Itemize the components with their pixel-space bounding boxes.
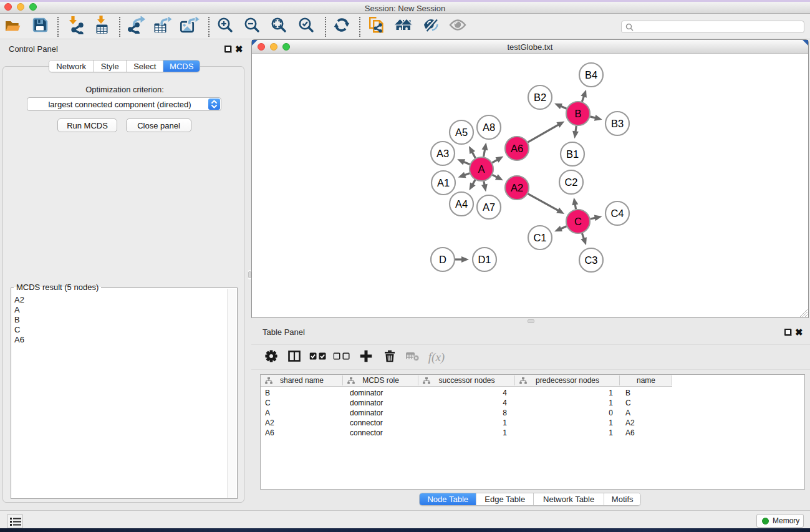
table-cell[interactable]: dominator bbox=[350, 388, 418, 398]
import-network-icon[interactable] bbox=[67, 16, 84, 37]
hide-selected-icon[interactable] bbox=[423, 17, 439, 36]
table-cell[interactable]: dominator bbox=[350, 398, 418, 408]
select-all-icon[interactable] bbox=[310, 352, 327, 363]
optimization-criterion-select[interactable]: largest connected component (directed) bbox=[27, 97, 221, 111]
table-cell[interactable]: A6 bbox=[625, 428, 672, 438]
table-cell[interactable]: 4 bbox=[418, 388, 507, 398]
table-cell[interactable]: B bbox=[265, 388, 343, 398]
table-panel-float-button[interactable] bbox=[784, 329, 791, 336]
graph-node-C2[interactable]: C2 bbox=[559, 170, 583, 194]
export-network-icon[interactable] bbox=[127, 16, 146, 36]
mcds-result-item[interactable]: A bbox=[14, 305, 24, 315]
table-cell[interactable]: A6 bbox=[265, 428, 343, 438]
export-table-icon[interactable] bbox=[153, 16, 173, 36]
graph-node-B1[interactable]: B1 bbox=[561, 142, 584, 166]
save-session-icon[interactable] bbox=[32, 17, 48, 36]
mcds-result-list[interactable]: A2ABCA6 bbox=[11, 288, 238, 499]
table-cell[interactable]: 0 bbox=[515, 408, 613, 418]
table-cell[interactable]: A bbox=[265, 408, 343, 418]
graph-node-B4[interactable]: B4 bbox=[579, 63, 603, 87]
table-cell[interactable]: C bbox=[625, 398, 672, 408]
zoom-in-icon[interactable] bbox=[217, 17, 233, 36]
graph-node-A1[interactable]: A1 bbox=[432, 171, 455, 195]
tab-node-table[interactable]: Node Table bbox=[420, 493, 476, 505]
resize-grip-icon[interactable] bbox=[799, 308, 808, 317]
graph-node-A4[interactable]: A4 bbox=[450, 192, 473, 216]
graph-node-A2[interactable]: A2 bbox=[505, 176, 529, 200]
tab-select[interactable]: Select bbox=[127, 60, 164, 72]
graph-node-D1[interactable]: D1 bbox=[473, 248, 496, 271]
table-cell[interactable]: 8 bbox=[418, 408, 507, 418]
graph-node-C[interactable]: C bbox=[566, 210, 590, 233]
table-row[interactable]: Bdominator41B bbox=[261, 388, 806, 398]
function-builder-icon[interactable]: f(x) bbox=[428, 351, 445, 364]
graph-node-A[interactable]: A bbox=[470, 157, 493, 181]
zoom-out-icon[interactable] bbox=[244, 17, 260, 36]
search-input[interactable] bbox=[637, 21, 801, 32]
table-cell[interactable]: C bbox=[265, 398, 343, 408]
network-window-titlebar[interactable]: testGlobe.txt bbox=[252, 40, 808, 54]
open-file-icon[interactable] bbox=[4, 18, 21, 34]
mcds-result-scrollbar[interactable] bbox=[227, 289, 236, 498]
vertical-splitter-handle[interactable] bbox=[248, 271, 252, 278]
graph-node-B2[interactable]: B2 bbox=[528, 85, 552, 109]
table-cell[interactable]: 1 bbox=[515, 398, 613, 408]
column-header-MCDS-role[interactable]: MCDS role bbox=[343, 375, 418, 386]
table-cell[interactable]: 1 bbox=[418, 428, 507, 438]
tab-network-table[interactable]: Network Table bbox=[534, 493, 604, 505]
show-all-icon[interactable] bbox=[449, 18, 466, 35]
delete-table-icon[interactable] bbox=[406, 351, 420, 364]
clone-network-icon[interactable] bbox=[369, 16, 385, 36]
table-cell[interactable]: A bbox=[625, 408, 672, 418]
zoom-selected-icon[interactable] bbox=[298, 17, 314, 36]
tab-mcds[interactable]: MCDS bbox=[163, 60, 200, 72]
table-cell[interactable]: A2 bbox=[265, 418, 343, 428]
graph-node-D[interactable]: D bbox=[431, 248, 455, 271]
tab-motifs[interactable]: Motifs bbox=[604, 493, 640, 505]
task-history-button[interactable] bbox=[7, 514, 23, 528]
table-cell[interactable]: 1 bbox=[515, 418, 613, 428]
table-cell[interactable]: connector bbox=[350, 428, 418, 438]
mcds-result-item[interactable]: A6 bbox=[14, 335, 24, 345]
refresh-icon[interactable] bbox=[334, 17, 350, 36]
table-row[interactable]: Adominator80A bbox=[261, 408, 806, 418]
column-header-shared-name[interactable]: shared name bbox=[261, 375, 343, 386]
table-cell[interactable]: B bbox=[625, 388, 672, 398]
zoom-fit-icon[interactable] bbox=[271, 17, 287, 36]
add-row-icon[interactable] bbox=[360, 350, 372, 364]
graph-node-A5[interactable]: A5 bbox=[450, 120, 473, 144]
graph-node-A6[interactable]: A6 bbox=[505, 137, 529, 160]
graph-node-B[interactable]: B bbox=[566, 102, 590, 125]
tab-style[interactable]: Style bbox=[94, 60, 127, 72]
graph-node-B3[interactable]: B3 bbox=[605, 112, 629, 135]
graph-node-A3[interactable]: A3 bbox=[431, 142, 455, 165]
graph-node-C4[interactable]: C4 bbox=[605, 201, 629, 225]
column-header-successor-nodes[interactable]: successor nodes bbox=[418, 375, 515, 386]
horizontal-splitter-handle[interactable] bbox=[528, 319, 534, 323]
table-cell[interactable]: connector bbox=[350, 418, 418, 428]
table-cell[interactable]: 1 bbox=[515, 388, 613, 398]
first-neighbors-icon[interactable] bbox=[394, 18, 413, 34]
control-panel-close-button[interactable]: ✖ bbox=[235, 43, 243, 55]
table-row[interactable]: A2connector11A2 bbox=[261, 418, 806, 428]
table-cell[interactable]: 1 bbox=[418, 418, 507, 428]
column-header-predecessor-nodes[interactable]: predecessor nodes bbox=[515, 375, 620, 386]
table-cell[interactable]: dominator bbox=[350, 408, 418, 418]
mcds-result-item[interactable]: A2 bbox=[14, 295, 24, 305]
run-mcds-button[interactable]: Run MCDS bbox=[57, 118, 117, 132]
table-cell[interactable]: A2 bbox=[625, 418, 672, 428]
network-canvas[interactable]: B4 B2 B B3 A8 A5 A6 A3 B1 A C2 A1 A2 A4 … bbox=[252, 54, 808, 317]
control-panel-float-button[interactable] bbox=[224, 46, 231, 52]
memory-button[interactable]: Memory bbox=[756, 514, 804, 528]
tab-network[interactable]: Network bbox=[49, 60, 94, 72]
graph-node-A8[interactable]: A8 bbox=[477, 115, 501, 139]
table-row[interactable]: A6connector11A6 bbox=[261, 428, 806, 438]
table-panel-close-button[interactable]: ✖ bbox=[795, 326, 803, 338]
graph-node-C1[interactable]: C1 bbox=[528, 226, 552, 249]
export-image-icon[interactable] bbox=[180, 16, 200, 36]
deselect-all-icon[interactable] bbox=[334, 352, 350, 363]
close-panel-button[interactable]: Close panel bbox=[126, 118, 191, 132]
table-cell[interactable]: 1 bbox=[515, 428, 613, 438]
gear-icon[interactable] bbox=[265, 350, 277, 365]
mcds-result-item[interactable]: C bbox=[14, 325, 24, 335]
